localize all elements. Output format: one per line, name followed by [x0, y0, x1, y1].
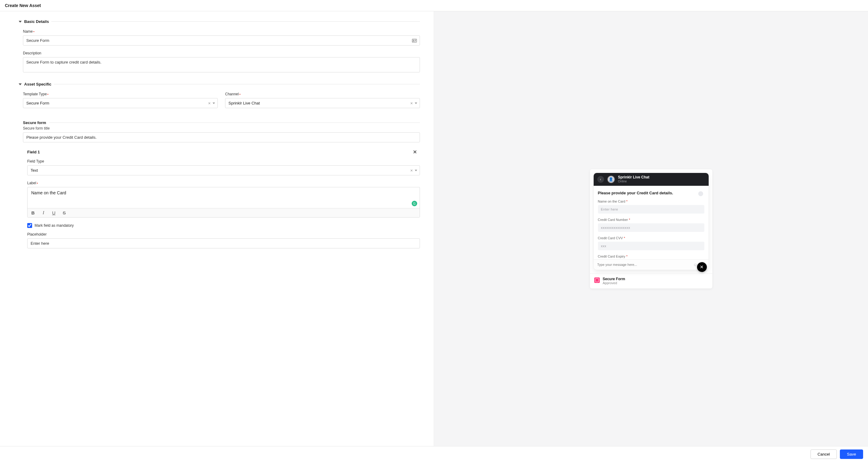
name-field-group: Name•	[23, 29, 420, 45]
channel-label: Channel•	[225, 92, 420, 96]
secure-form-title-label: Secure form title	[23, 126, 420, 130]
required-indicator: *	[624, 236, 625, 240]
contact-card-icon[interactable]	[412, 39, 417, 42]
chat-widget: ‹ 👤 Sprinklr Live Chat Online Please pro…	[594, 173, 709, 270]
preview-card: ‹ 👤 Sprinklr Live Chat Online Please pro…	[590, 169, 712, 289]
field-label-richtext[interactable]: Name on the Card G	[28, 187, 420, 208]
cancel-button[interactable]: Cancel	[810, 450, 837, 459]
label-text: Label	[27, 181, 36, 185]
select-value: Sprinklr Live Chat	[228, 101, 260, 105]
preview-field-label: Credit Card Expiry *	[598, 255, 704, 258]
richtext-toolbar: B I U S	[28, 208, 420, 217]
save-button[interactable]: Save	[840, 450, 863, 459]
field-type-select[interactable]: Text ✕	[27, 165, 420, 175]
template-type-label: Template Type•	[23, 92, 218, 96]
chevron-down-icon[interactable]	[213, 102, 215, 104]
label-text: Credit Card CVV	[598, 236, 623, 240]
section-title: Asset Specific	[24, 82, 51, 87]
clear-icon[interactable]: ✕	[208, 101, 211, 105]
preview-name-input[interactable]	[598, 205, 704, 213]
name-input[interactable]	[23, 35, 420, 45]
label-text: Name on the Card	[598, 200, 625, 203]
description-field-group: Description Secure Form to capture credi…	[23, 51, 420, 73]
preview-cvv-input[interactable]	[598, 242, 704, 250]
asset-status: Approved	[603, 281, 625, 285]
label-text: Credit Card Number	[598, 218, 628, 222]
label-text: Channel	[225, 92, 239, 96]
chat-body: Please provide your Credit Card details.…	[594, 186, 709, 259]
label-text: Credit Card Expiry	[598, 255, 625, 258]
chevron-down-icon	[19, 84, 22, 85]
placeholder-input[interactable]	[27, 238, 420, 249]
required-indicator: *	[626, 200, 627, 203]
preview-field-label: Credit Card CVV *	[598, 236, 704, 240]
close-chat-button[interactable]: ✕	[697, 262, 707, 272]
field-label-label: Label•	[27, 181, 420, 185]
back-button[interactable]: ‹	[597, 176, 604, 183]
preview-field-label: Credit Card Number *	[598, 218, 704, 222]
page-title: Create New Asset	[0, 0, 868, 11]
preview-field-label: Name on the Card *	[598, 200, 704, 203]
strike-button[interactable]: S	[62, 210, 67, 216]
svg-point-1	[413, 40, 414, 41]
field-heading: Field 1	[27, 150, 40, 154]
template-type-group: Template Type• Secure Form ✕	[23, 92, 218, 108]
preview-ccnumber-input[interactable]	[598, 223, 704, 232]
channel-select[interactable]: Sprinklr Live Chat ✕	[225, 98, 420, 108]
placeholder-label: Placeholder	[27, 232, 420, 236]
chat-input-row: ☺	[594, 259, 709, 270]
divider	[49, 123, 420, 123]
chevron-down-icon[interactable]	[415, 170, 417, 171]
required-indicator: *	[629, 218, 630, 222]
chat-status: Online	[618, 180, 650, 183]
underline-button[interactable]: U	[51, 210, 56, 216]
required-indicator: •	[37, 182, 38, 185]
select-value: Secure Form	[26, 101, 49, 105]
grammarly-icon[interactable]: G	[412, 201, 417, 206]
label-text: Name	[23, 29, 33, 34]
subsection-title: Secure form	[23, 121, 46, 125]
section-title: Basic Details	[24, 19, 49, 24]
form-pane: Basic Details Name•	[0, 11, 434, 446]
preview-footer: Secure Form Approved	[590, 273, 712, 289]
clear-icon[interactable]: ✕	[410, 168, 413, 172]
mandatory-label: Mark field as mandatory	[35, 223, 74, 228]
form-preview-title: Please provide your Credit Card details.	[598, 191, 678, 195]
required-indicator: •	[240, 93, 241, 96]
mandatory-checkbox[interactable]	[27, 223, 32, 228]
chat-header: ‹ 👤 Sprinklr Live Chat Online	[594, 173, 709, 186]
channel-group: Channel• Sprinklr Live Chat ✕	[225, 92, 420, 108]
chevron-down-icon	[19, 21, 22, 23]
remove-field-button[interactable]: ✕	[410, 148, 420, 156]
clear-icon[interactable]: ✕	[410, 101, 413, 105]
field-1-block: Field 1 ✕ Field Type Text ✕ Label•	[23, 148, 420, 249]
richtext-value: Name on the Card	[31, 190, 66, 195]
step-indicator	[698, 191, 703, 196]
description-label: Description	[23, 51, 420, 55]
label-text: Template Type	[23, 92, 47, 96]
field-type-label: Field Type	[27, 159, 420, 163]
description-input[interactable]: Secure Form to capture credit card detai…	[23, 57, 420, 72]
select-value: Text	[31, 168, 38, 173]
asset-name: Secure Form	[603, 277, 625, 281]
section-asset-specific[interactable]: Asset Specific	[23, 82, 420, 87]
chat-title: Sprinklr Live Chat	[618, 175, 650, 179]
required-indicator: •	[48, 93, 49, 96]
asset-type-icon	[594, 277, 600, 283]
required-indicator: *	[626, 255, 627, 258]
secure-form-subsection: Secure form	[23, 121, 420, 125]
name-label: Name•	[23, 29, 420, 34]
section-basic-details[interactable]: Basic Details	[23, 19, 420, 24]
secure-form-title-input[interactable]	[23, 132, 420, 142]
bold-button[interactable]: B	[31, 210, 35, 216]
agent-avatar: 👤	[607, 175, 615, 183]
template-type-select[interactable]: Secure Form ✕	[23, 98, 218, 108]
chevron-down-icon[interactable]	[415, 102, 417, 104]
chat-message-input[interactable]	[597, 263, 690, 266]
required-indicator: •	[33, 30, 35, 33]
italic-button[interactable]: I	[41, 210, 46, 216]
footer-bar: Cancel Save	[0, 446, 868, 462]
preview-pane: ‹ 👤 Sprinklr Live Chat Online Please pro…	[434, 11, 868, 446]
